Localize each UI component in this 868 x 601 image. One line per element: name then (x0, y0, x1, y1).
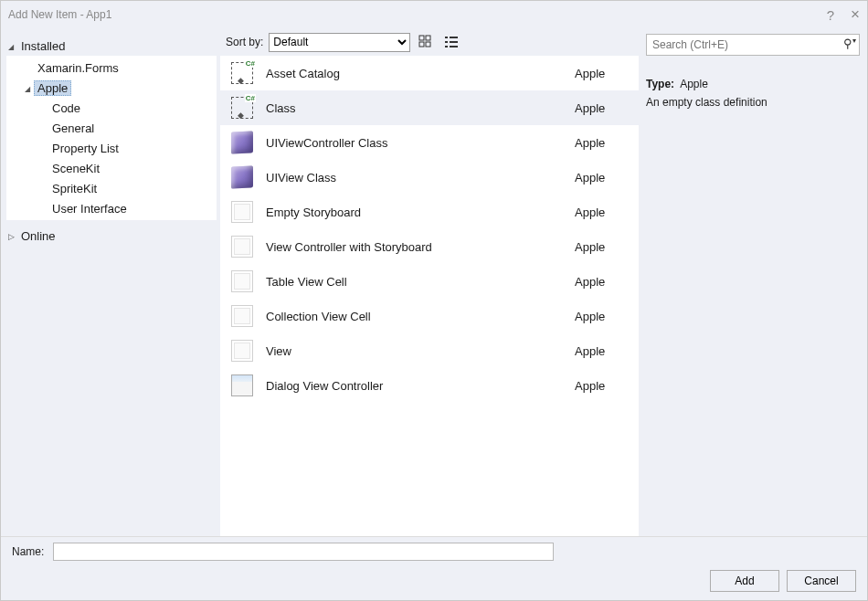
tree-node-xamarin-forms[interactable]: Xamarin.Forms (21, 58, 217, 78)
template-name: Asset Catalog (266, 67, 564, 80)
tree-node-apple[interactable]: Apple (21, 78, 217, 98)
template-row[interactable]: UIViewController ClassApple (220, 125, 639, 160)
template-name: Dialog View Controller (266, 379, 564, 393)
template-icon (229, 130, 255, 155)
template-icon (229, 373, 255, 398)
help-icon[interactable]: ? (827, 7, 834, 23)
cancel-button[interactable]: Cancel (787, 570, 856, 592)
template-description: An empty class definition (646, 96, 860, 109)
template-category: Apple (575, 240, 630, 254)
template-category: Apple (575, 275, 630, 289)
template-category: Apple (575, 171, 630, 185)
name-label: Name: (12, 545, 44, 558)
template-category: Apple (575, 206, 630, 219)
tree-node-spritekit[interactable]: SpriteKit (36, 178, 217, 198)
template-category: Apple (575, 310, 630, 323)
details-panel: ⚲▾ Type: Apple An empty class definition (639, 28, 867, 536)
content-area: Installed Xamarin.Forms Apple Code Gener… (1, 28, 867, 536)
template-row[interactable]: Dialog View ControllerApple (220, 368, 639, 403)
template-category: Apple (575, 136, 630, 150)
template-name: UIView Class (266, 171, 564, 185)
titlebar: Add New Item - App1 ? × (1, 1, 867, 28)
search-input[interactable] (646, 34, 860, 56)
view-list-button[interactable] (441, 32, 461, 52)
template-category: Apple (575, 67, 630, 80)
svg-rect-8 (445, 46, 448, 47)
template-icon (229, 199, 255, 225)
tree-node-online[interactable]: Online (5, 226, 217, 246)
tree-label: Online (17, 228, 59, 244)
svg-rect-5 (450, 37, 458, 38)
svg-rect-7 (450, 41, 458, 43)
template-row[interactable]: Empty StoryboardApple (220, 195, 639, 229)
svg-rect-4 (445, 37, 448, 38)
chevron-down-icon[interactable] (21, 83, 34, 93)
svg-rect-9 (450, 46, 458, 47)
type-line: Type: Apple (646, 78, 860, 90)
svg-rect-1 (426, 36, 430, 40)
template-list[interactable]: Asset CatalogAppleClassAppleUIViewContro… (220, 56, 639, 536)
template-icon (229, 234, 255, 259)
tree-node-user-interface[interactable]: User Interface (36, 198, 217, 218)
template-category: Apple (575, 379, 630, 393)
template-name: UIViewController Class (266, 136, 564, 150)
template-icon (229, 95, 255, 121)
tree-label: Installed (17, 38, 69, 54)
template-name: Table View Cell (266, 275, 564, 289)
template-icon (229, 303, 255, 329)
template-row[interactable]: UIView ClassApple (220, 160, 639, 195)
template-row[interactable]: ViewApple (220, 333, 639, 368)
template-name: Class (266, 101, 564, 115)
tree-node-property-list[interactable]: Property List (36, 138, 217, 158)
template-name: View (266, 344, 564, 358)
chevron-right-icon[interactable] (5, 231, 17, 241)
template-name: Empty Storyboard (266, 206, 564, 219)
template-row[interactable]: Asset CatalogApple (220, 56, 639, 90)
tree-label: Xamarin.Forms (34, 60, 122, 76)
template-row[interactable]: ClassApple (220, 90, 639, 125)
toolbar: Sort by: Default (220, 28, 639, 56)
search-icon[interactable]: ⚲▾ (843, 37, 856, 50)
window-title: Add New Item - App1 (8, 8, 827, 21)
tree-label: Apple (34, 80, 71, 96)
add-button[interactable]: Add (710, 570, 779, 592)
template-icon (229, 338, 255, 364)
template-category: Apple (575, 101, 630, 115)
svg-rect-2 (419, 42, 424, 47)
tree-node-general[interactable]: General (36, 118, 217, 138)
category-tree: Installed Xamarin.Forms Apple Code Gener… (1, 28, 220, 536)
template-row[interactable]: View Controller with StoryboardApple (220, 229, 639, 264)
template-icon (229, 60, 255, 86)
name-input[interactable] (53, 543, 554, 561)
svg-rect-6 (445, 41, 448, 43)
template-row[interactable]: Collection View CellApple (220, 299, 639, 333)
template-icon (229, 269, 255, 294)
sort-by-label: Sort by: (226, 36, 263, 48)
template-panel: Sort by: Default Asset CatalogAppleClass… (220, 28, 639, 536)
view-tiles-button[interactable] (416, 32, 436, 52)
template-icon (229, 164, 255, 190)
svg-rect-3 (426, 42, 430, 47)
close-icon[interactable]: × (851, 5, 860, 24)
svg-rect-0 (419, 36, 424, 40)
template-name: View Controller with Storyboard (266, 240, 564, 254)
chevron-down-icon[interactable] (5, 41, 17, 51)
tree-node-installed[interactable]: Installed (5, 36, 217, 56)
template-row[interactable]: Table View CellApple (220, 264, 639, 299)
template-category: Apple (575, 344, 630, 358)
sort-by-select[interactable]: Default (269, 33, 410, 52)
bottom-bar: Name: Add Cancel (1, 536, 867, 600)
tree-node-scenekit[interactable]: SceneKit (36, 158, 217, 178)
template-name: Collection View Cell (266, 310, 564, 323)
tree-node-code[interactable]: Code (36, 98, 217, 118)
